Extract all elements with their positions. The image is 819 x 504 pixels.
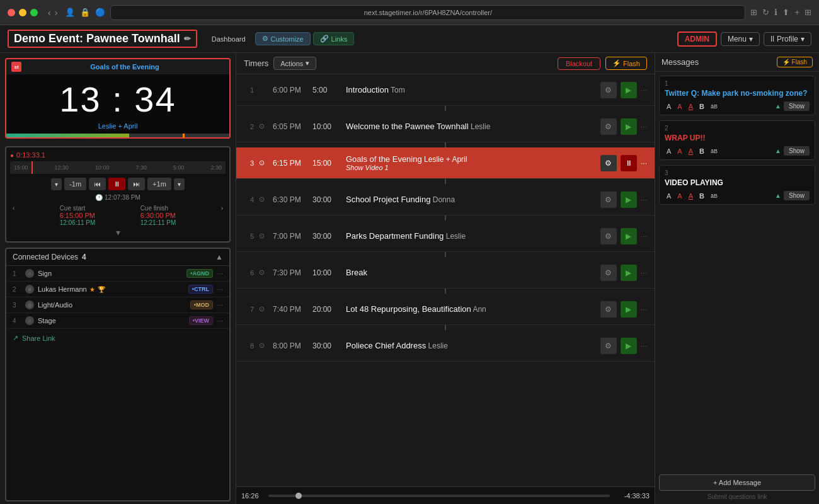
admin-button[interactable]: ADMIN	[677, 32, 717, 47]
fmt-a-underline-btn[interactable]: A	[687, 192, 695, 200]
add-tab-icon[interactable]: +	[794, 8, 799, 17]
play-timer-btn[interactable]: ▶	[621, 118, 637, 135]
timer-gear-btn[interactable]: ⚙	[600, 118, 617, 135]
fmt-ab-btn[interactable]: āB	[709, 103, 719, 110]
nav-back[interactable]: ‹	[48, 8, 51, 18]
timer-gear-btn[interactable]: ⚙	[600, 155, 617, 171]
timer-item[interactable]: 7 ⊙ 7:40 PM 20:00 Lot 48 Repurposing, Be…	[236, 294, 655, 325]
show-message-btn[interactable]: Show	[784, 146, 810, 156]
share-icon[interactable]: ⬆	[782, 8, 789, 17]
timer-preview-title: Goals of the Evening	[25, 63, 224, 71]
device-more-btn[interactable]: ···	[217, 301, 223, 309]
header-tabs: Dashboard ⚙ Customize 🔗 Links	[205, 32, 354, 45]
fmt-a-btn[interactable]: A	[665, 147, 673, 156]
timer-more-btn[interactable]: ···	[641, 122, 647, 131]
fmt-ab-btn[interactable]: āB	[709, 192, 719, 200]
timer-item[interactable]: 1 6:00 PM 5:00 Introduction Tom ⚙ ▶ ···	[236, 74, 655, 106]
devices-header: Connected Devices 4 ▲	[6, 249, 229, 266]
fmt-a-underline-btn[interactable]: A	[687, 102, 695, 111]
timer-gear-btn[interactable]: ⚙	[600, 82, 617, 98]
edit-title-icon[interactable]: ✏	[184, 34, 191, 43]
cue-next-btn[interactable]: ›	[221, 205, 223, 226]
timer-name-col: Goals of the Evening Leslie + April Show…	[346, 154, 595, 171]
add-message-button[interactable]: + Add Message	[659, 474, 815, 491]
minus-time-btn[interactable]: -1m	[64, 178, 86, 190]
fmt-b-btn[interactable]: B	[697, 192, 706, 200]
link-icon: ⊙	[259, 305, 268, 313]
fullscreen-button[interactable]	[30, 9, 38, 16]
play-timer-btn[interactable]: ▶	[621, 338, 637, 354]
plus-time-btn[interactable]: +1m	[147, 178, 171, 190]
timer-item[interactable]: 2 ⊙ 6:05 PM 10:00 Welcome to the Pawnee …	[236, 111, 655, 142]
close-button[interactable]	[8, 9, 15, 16]
show-message-btn[interactable]: Show	[784, 101, 810, 111]
timer-gear-btn[interactable]: ⚙	[600, 301, 617, 318]
show-message-btn[interactable]: Show	[784, 191, 810, 200]
timer-scrubber[interactable]: 15:00 12:30 10:00 7:30 5:00 2:30	[10, 161, 226, 174]
timer-gear-btn[interactable]: ⚙	[600, 265, 617, 281]
fmt-a-red-btn[interactable]: A	[675, 147, 684, 156]
profile-button[interactable]: Il Profile ▾	[764, 32, 811, 46]
play-timer-btn[interactable]: ▶	[621, 265, 637, 281]
timer-more-btn[interactable]: ···	[641, 86, 647, 94]
fmt-ab-btn[interactable]: āB	[709, 147, 719, 155]
device-more-btn[interactable]: ···	[217, 285, 223, 294]
skip-back-btn[interactable]: ⏮	[89, 178, 106, 190]
minimize-button[interactable]	[19, 9, 26, 16]
timer-gear-btn[interactable]: ⚙	[600, 338, 617, 354]
timer-more-btn[interactable]: ···	[641, 268, 647, 277]
play-timer-btn[interactable]: ▶	[621, 301, 637, 318]
timer-time: 7:30 PM	[273, 268, 307, 277]
timer-item[interactable]: 3 ⊙ 6:15 PM 15:00 Goals of the Evening L…	[236, 147, 655, 179]
timer-item[interactable]: 6 ⊙ 7:30 PM 10:00 Break ⚙ ▶ ···	[236, 257, 655, 289]
progress-bar-track[interactable]	[268, 495, 610, 497]
cue-prev-btn[interactable]: ‹	[13, 205, 14, 226]
timer-item[interactable]: 4 ⊙ 6:30 PM 30:00 School Project Funding…	[236, 184, 655, 215]
fmt-b-btn[interactable]: B	[697, 102, 706, 111]
fmt-a-red-btn[interactable]: A	[675, 192, 684, 200]
blackout-button[interactable]: Blackout	[558, 57, 600, 70]
fmt-a-btn[interactable]: A	[665, 192, 673, 200]
timer-item[interactable]: 5 ⊙ 7:00 PM 30:00 Parks Department Fundi…	[236, 220, 655, 252]
reload-icon[interactable]: ↻	[762, 8, 769, 17]
dropdown-btn2[interactable]: ▾	[174, 178, 185, 190]
play-timer-btn[interactable]: ▶	[621, 228, 637, 244]
address-bar[interactable]: next.stagetimer.io/r/6PAH8ZNA/controller…	[110, 5, 745, 20]
tab-links[interactable]: 🔗 Links	[313, 32, 355, 45]
actions-button[interactable]: Actions ▾	[273, 57, 316, 70]
timer-item[interactable]: 8 ⊙ 8:00 PM 30:00 Poliece Chief Address …	[236, 330, 655, 362]
timer-gear-btn[interactable]: ⚙	[600, 228, 617, 244]
submit-questions-link[interactable]: Submit questions link	[655, 493, 819, 500]
nav-forward[interactable]: ›	[55, 8, 58, 18]
fmt-a-underline-btn[interactable]: A	[687, 147, 695, 156]
pause-btn[interactable]: ⏸	[108, 178, 125, 190]
device-more-btn[interactable]: ···	[217, 316, 223, 325]
grid-icon[interactable]: ⊞	[805, 8, 811, 17]
pause-timer-btn[interactable]: ⏸	[621, 155, 637, 171]
menu-button[interactable]: Menu ▾	[721, 32, 760, 46]
timer-more-btn[interactable]: ···	[641, 195, 647, 204]
timer-gear-btn[interactable]: ⚙	[600, 192, 617, 208]
dropdown-btn[interactable]: ▾	[51, 178, 62, 190]
fmt-b-btn[interactable]: B	[697, 147, 706, 156]
skip-fwd-btn[interactable]: ⏭	[128, 178, 145, 190]
timer-more-btn[interactable]: ···	[641, 232, 647, 241]
play-timer-btn[interactable]: ▶	[621, 192, 637, 208]
timer-more-btn[interactable]: ···	[641, 341, 647, 350]
tab-customize[interactable]: ⚙ Customize	[255, 32, 311, 45]
play-timer-btn[interactable]: ▶	[621, 82, 637, 98]
timer-more-btn[interactable]: ···	[641, 159, 647, 168]
timer-preview: st Goals of the Evening 13 : 34 Leslie +…	[5, 58, 231, 139]
expand-btn[interactable]: ▾	[10, 227, 226, 238]
messages-flash-button[interactable]: ⚡ Flash	[777, 57, 813, 67]
timer-more-btn[interactable]: ···	[641, 305, 647, 314]
share-link-btn[interactable]: ↗ Share Link	[6, 329, 229, 347]
devices-chevron-icon[interactable]: ▲	[215, 253, 223, 261]
fmt-a-btn[interactable]: A	[665, 102, 673, 111]
fmt-a-red-btn[interactable]: A	[675, 102, 684, 111]
timer-title: Break	[346, 268, 367, 277]
device-more-btn[interactable]: ···	[217, 269, 223, 278]
flash-button[interactable]: ⚡ Flash	[605, 57, 647, 70]
tab-dashboard[interactable]: Dashboard	[205, 32, 253, 45]
device-row: 2 Il Lukas Hermann ★🏆 •CTRL ···	[6, 282, 229, 297]
